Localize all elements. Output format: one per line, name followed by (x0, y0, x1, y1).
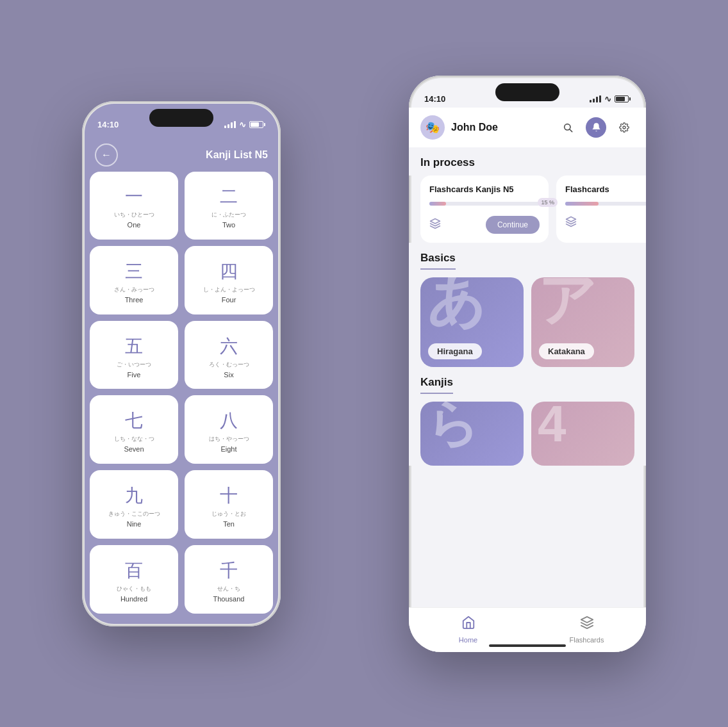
kanji-meaning: Hundred (120, 595, 147, 603)
kanji-char: 五 (125, 334, 143, 359)
kanji-reading: しち・なな・つ (114, 435, 154, 443)
kanji-char: 九 (125, 484, 143, 508)
time-right: 14:10 (424, 94, 445, 104)
kanji-reading: ひゃく・もも (117, 585, 151, 593)
kanji-char: 一 (125, 184, 143, 209)
right-phone: 14:10 ∿ (409, 76, 646, 652)
kanji-reading: さん・みっーつ (114, 286, 154, 294)
kanji-char: 二 (220, 184, 238, 209)
kanji-meaning: Two (222, 221, 235, 229)
kanji-reading: せん・ち (217, 585, 240, 593)
kanji-meaning: Eight (220, 445, 236, 453)
kanji-reading: し・よん・よっーつ (203, 286, 255, 294)
kanji-card-item[interactable]: 百 ひゃく・もも Hundred (90, 545, 178, 614)
avatar: 🎭 (420, 115, 445, 140)
kanji-meaning: Five (128, 371, 141, 379)
katakana-char: ア (538, 277, 597, 329)
kanji-meaning: One (128, 221, 141, 229)
dynamic-island-right (495, 83, 559, 101)
process-card-2-title: Flashcards (565, 184, 646, 194)
kanjis-grid: ら 4 (420, 402, 634, 466)
nav-home[interactable]: Home (409, 616, 527, 644)
katakana-card[interactable]: ア Katakana (531, 277, 634, 367)
kanji-meaning: Four (222, 296, 236, 304)
status-icons-left: ∿ (224, 120, 265, 129)
progress-label-1: 15 % (538, 198, 558, 207)
kanji-char: 十 (220, 484, 238, 508)
flashcards-icon (580, 616, 594, 633)
battery-icon-right (615, 95, 631, 102)
basics-title: Basics (420, 252, 456, 270)
kanji-char: 六 (220, 334, 238, 359)
svg-marker-3 (567, 216, 576, 222)
kanji-card-item[interactable]: 五 ご・いつーつ Five (90, 321, 178, 389)
layers-icon-2 (565, 216, 577, 230)
signal-icon-right (590, 95, 601, 102)
notification-button[interactable] (586, 117, 606, 138)
kanji-card-item[interactable]: 千 せん・ち Thousand (185, 545, 273, 614)
svg-line-1 (570, 129, 572, 132)
settings-button[interactable] (614, 117, 634, 138)
hiragana-label: Hiragana (428, 343, 482, 359)
continue-button-1[interactable]: Continue (486, 216, 540, 234)
process-card-1-title: Flashcards Kanjis N5 (429, 184, 540, 194)
kanji-char: 七 (125, 409, 143, 433)
kanjis-title: Kanjis (420, 376, 453, 394)
home-icon (461, 616, 476, 633)
kanji-meaning: Three (125, 296, 144, 304)
kanji-list: 一 いち・ひとーつ One 二 に・ふたーつ Two 三 さん・みっーつ Thr… (90, 172, 273, 614)
scene: 14:10 ∿ ← Kan (44, 50, 684, 678)
hiragana-card[interactable]: あ Hiragana (420, 277, 524, 367)
kanji-card-item[interactable]: 七 しち・なな・つ Seven (90, 395, 178, 464)
card-footer-1: Continue (429, 216, 540, 234)
kanji-card-blue[interactable]: ら (420, 402, 524, 466)
progress-wrapper-1: 15 % (429, 202, 540, 206)
left-phone: 14:10 ∿ ← Kan (82, 101, 281, 626)
kanji-reading: はち・やっーつ (209, 435, 249, 443)
signal-icon-left (224, 121, 236, 128)
basics-grid: あ Hiragana ア Katakana (420, 277, 634, 367)
back-button[interactable]: ← (95, 143, 118, 167)
kanji-card-item[interactable]: 十 じゅう・とお Ten (185, 470, 273, 539)
wifi-icon-right: ∿ (604, 94, 611, 104)
user-name: John Doe (451, 122, 551, 133)
card-footer-2 (565, 216, 646, 230)
kanji-card-pink[interactable]: 4 (531, 402, 634, 466)
kanji-big-char-2: 4 (538, 402, 567, 450)
progress-fill-1 (429, 202, 446, 206)
header-icons (558, 117, 634, 138)
in-process-row: Flashcards Kanjis N5 15 % Continue (409, 176, 646, 243)
kanji-card-item[interactable]: 八 はち・やっーつ Eight (185, 395, 273, 464)
kanji-card-item[interactable]: 六 ろく・むっーつ Six (185, 321, 273, 389)
kanji-meaning: Ten (223, 520, 235, 528)
kanji-char: 四 (220, 259, 238, 284)
right-content: 🎭 John Doe In process (409, 108, 646, 607)
kanji-card-item[interactable]: 二 に・ふたーつ Two (185, 172, 273, 240)
kanji-char: 八 (220, 409, 238, 433)
kanji-reading: ご・いつーつ (117, 361, 151, 369)
dynamic-island-left (149, 109, 213, 127)
katakana-label: Katakana (539, 343, 594, 359)
kanji-card-item[interactable]: 九 きゅう・ここのーつ Nine (90, 470, 178, 539)
nav-flashcards-label: Flashcards (570, 636, 604, 644)
right-app-header: 🎭 John Doe (409, 108, 646, 147)
kanji-reading: いち・ひとーつ (114, 211, 154, 219)
kanjis-section: Kanjis ら 4 (409, 367, 646, 466)
kanji-char: 千 (220, 559, 238, 583)
hiragana-char: あ (427, 277, 486, 329)
kanji-card-item[interactable]: 三 さん・みっーつ Three (90, 246, 178, 314)
process-card-1[interactable]: Flashcards Kanjis N5 15 % Continue (420, 176, 549, 243)
kanji-reading: ろく・むっーつ (209, 361, 249, 369)
kanji-reading: に・ふたーつ (211, 211, 246, 219)
progress-track-1 (429, 202, 540, 206)
nav-home-label: Home (459, 636, 477, 644)
left-header: ← Kanji List N5 (82, 133, 281, 174)
kanji-card-item[interactable]: 一 いち・ひとーつ One (90, 172, 178, 240)
kanji-meaning: Seven (124, 445, 144, 453)
search-button[interactable] (558, 117, 578, 138)
svg-marker-2 (431, 218, 440, 224)
process-card-2[interactable]: Flashcards (556, 176, 646, 243)
nav-flashcards[interactable]: Flashcards (527, 616, 646, 644)
battery-icon-left (249, 121, 265, 128)
kanji-card-item[interactable]: 四 し・よん・よっーつ Four (185, 246, 273, 314)
